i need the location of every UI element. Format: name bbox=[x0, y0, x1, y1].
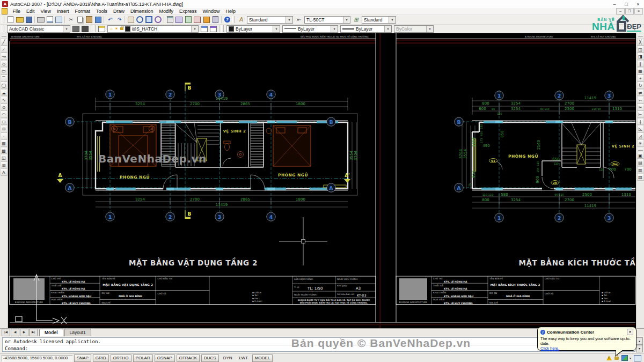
match-properties-button[interactable] bbox=[93, 16, 103, 24]
coordinates-readout[interactable]: -43688.5000, 15603.5000, 0.0000 bbox=[2, 355, 72, 361]
fillet-icon[interactable]: ◿ bbox=[637, 132, 644, 140]
extend-icon[interactable]: ⊢ bbox=[637, 110, 644, 118]
color-combo[interactable]: ByLayer ▾ bbox=[226, 25, 280, 33]
toggle-otrack[interactable]: OTRACK bbox=[177, 354, 200, 362]
point-icon[interactable]: · bbox=[1, 132, 8, 140]
tray-dropdown-icon[interactable]: ▾ bbox=[630, 356, 631, 360]
plot-preview-button[interactable] bbox=[45, 16, 54, 24]
make-block-icon[interactable]: ⊞ bbox=[1, 125, 8, 132]
clean-screen-button[interactable] bbox=[634, 355, 641, 361]
insert-block-icon[interactable]: ⊡ bbox=[1, 118, 8, 125]
menu-draw[interactable]: Draw bbox=[110, 9, 127, 14]
tab-first-button[interactable]: |◀ bbox=[2, 329, 10, 336]
markup-button[interactable] bbox=[202, 16, 211, 24]
menu-help[interactable]: Help bbox=[223, 9, 239, 14]
make-object-layer-current-button[interactable] bbox=[200, 25, 209, 33]
menu-edit[interactable]: Edit bbox=[24, 9, 38, 14]
undo-button[interactable]: ↶ bbox=[105, 16, 114, 24]
lock-tray-icon[interactable] bbox=[614, 357, 619, 360]
tab-last-button[interactable]: ▶| bbox=[29, 329, 38, 336]
draworder-back-icon[interactable]: ▤ bbox=[637, 159, 644, 166]
table-icon[interactable]: ⊟ bbox=[1, 161, 8, 169]
menu-view[interactable]: View bbox=[38, 9, 54, 14]
tab-prev-button[interactable]: ◀ bbox=[11, 329, 19, 336]
break-icon[interactable]: ∤ bbox=[637, 118, 644, 125]
workspace-combo[interactable]: AutoCAD Classic ▾ bbox=[7, 25, 70, 33]
mtext-icon[interactable]: A bbox=[1, 168, 8, 176]
rectangle-icon[interactable]: ▭ bbox=[1, 67, 8, 75]
spline-icon[interactable]: ∿ bbox=[1, 96, 8, 104]
balloon-close-icon[interactable]: × bbox=[627, 329, 633, 335]
layer-combo[interactable]: ☼ ☀ @S_HATCH ▾ bbox=[107, 25, 199, 33]
toggle-snap[interactable]: SNAP bbox=[74, 354, 91, 362]
layer-properties-button[interactable] bbox=[97, 25, 106, 33]
dim-style-combo[interactable]: TL-50CT ▾ bbox=[304, 16, 350, 24]
toggle-ducs[interactable]: DUCS bbox=[201, 354, 219, 362]
toolbar-gripper[interactable] bbox=[2, 25, 4, 32]
scale-icon[interactable]: ⇄ bbox=[637, 89, 644, 97]
balloon-link[interactable]: Click here. bbox=[540, 346, 559, 351]
scroll-down-icon[interactable]: ▾ bbox=[636, 345, 643, 352]
trim-icon[interactable]: ✂ bbox=[637, 104, 644, 111]
line-icon[interactable]: ╱ bbox=[1, 38, 8, 46]
help-button[interactable]: ? bbox=[223, 16, 232, 24]
mirror-icon[interactable]: ◨ bbox=[637, 53, 644, 60]
dropdown-arrow-icon[interactable]: ▾ bbox=[191, 26, 198, 32]
revision-cloud-icon[interactable]: ☁ bbox=[1, 89, 8, 97]
ellipse-icon[interactable]: ⊙ bbox=[1, 104, 8, 111]
arc-icon[interactable]: ⌒ bbox=[1, 75, 8, 82]
circle-icon[interactable]: ◯ bbox=[1, 82, 8, 89]
tool-palettes-button[interactable] bbox=[184, 16, 193, 24]
menu-insert[interactable]: Insert bbox=[54, 9, 72, 14]
text-style-icon[interactable]: A bbox=[237, 16, 246, 24]
toggle-polar[interactable]: POLAR bbox=[133, 354, 153, 362]
gradient-icon[interactable]: ▩ bbox=[1, 147, 8, 154]
chamfer-icon[interactable]: ◺ bbox=[637, 125, 644, 132]
erase-icon[interactable]: ╳ bbox=[637, 38, 644, 46]
toggle-lwt[interactable]: LWT bbox=[237, 354, 251, 362]
warning-tray-icon[interactable]: ! bbox=[606, 356, 612, 360]
lineweight-combo[interactable]: ByLayer ▾ bbox=[340, 25, 392, 33]
close-button[interactable]: × bbox=[632, 1, 644, 8]
dropdown-arrow-icon[interactable]: ▾ bbox=[273, 26, 280, 32]
dropdown-arrow-icon[interactable]: ▾ bbox=[63, 26, 70, 32]
polyline-icon[interactable]: ↝ bbox=[1, 53, 8, 60]
qnew-button[interactable] bbox=[6, 16, 15, 24]
construction-line-icon[interactable]: ∕ bbox=[1, 46, 8, 53]
toggle-osnap[interactable]: OSNAP bbox=[155, 354, 175, 362]
toolbar-gripper[interactable] bbox=[638, 149, 643, 151]
ellipse-arc-icon[interactable]: ◠ bbox=[1, 110, 8, 118]
minimize-button[interactable]: – bbox=[609, 1, 620, 8]
sheet-set-manager-button[interactable] bbox=[193, 16, 202, 24]
cut-icon[interactable]: ✂ bbox=[66, 16, 75, 24]
paste-button[interactable] bbox=[84, 16, 93, 24]
quickcalc-button[interactable] bbox=[211, 16, 220, 24]
dropdown-arrow-icon[interactable]: ▾ bbox=[343, 17, 350, 23]
plot-button[interactable] bbox=[36, 16, 45, 24]
open-button[interactable] bbox=[15, 16, 24, 24]
toolbar-gripper[interactable] bbox=[2, 35, 6, 37]
toggle-model[interactable]: MODEL bbox=[252, 354, 273, 362]
menu-modify[interactable]: Modify bbox=[156, 9, 177, 14]
toolbar-gripper[interactable] bbox=[638, 35, 643, 37]
redo-button[interactable]: ↷ bbox=[114, 16, 123, 24]
dropdown-arrow-icon[interactable]: ▾ bbox=[331, 26, 338, 32]
toggle-grid[interactable]: GRID bbox=[93, 354, 109, 362]
dropdown-arrow-icon[interactable]: ▾ bbox=[389, 17, 396, 23]
workspace-settings-button[interactable] bbox=[71, 25, 80, 33]
zoom-window-button[interactable] bbox=[144, 16, 153, 24]
toggle-ortho[interactable]: ORTHO bbox=[111, 354, 131, 362]
draworder-under-icon[interactable]: ▧ bbox=[637, 173, 644, 181]
scroll-up-icon[interactable]: ▴ bbox=[636, 337, 643, 345]
tab-next-button[interactable]: ▶ bbox=[20, 329, 28, 336]
save-button[interactable] bbox=[24, 16, 33, 24]
table-style-icon[interactable]: ⊞ bbox=[352, 16, 361, 24]
pan-button[interactable] bbox=[126, 16, 135, 24]
menu-format[interactable]: Format bbox=[72, 9, 93, 14]
draworder-front-icon[interactable]: ▣ bbox=[637, 152, 644, 159]
explode-icon[interactable]: ✳ bbox=[637, 139, 644, 147]
tab-model[interactable]: Model bbox=[39, 329, 63, 336]
menu-window[interactable]: Window bbox=[200, 9, 223, 14]
table-style-combo[interactable]: Standard ▾ bbox=[362, 16, 396, 24]
hatch-icon[interactable]: ▦ bbox=[1, 139, 8, 147]
